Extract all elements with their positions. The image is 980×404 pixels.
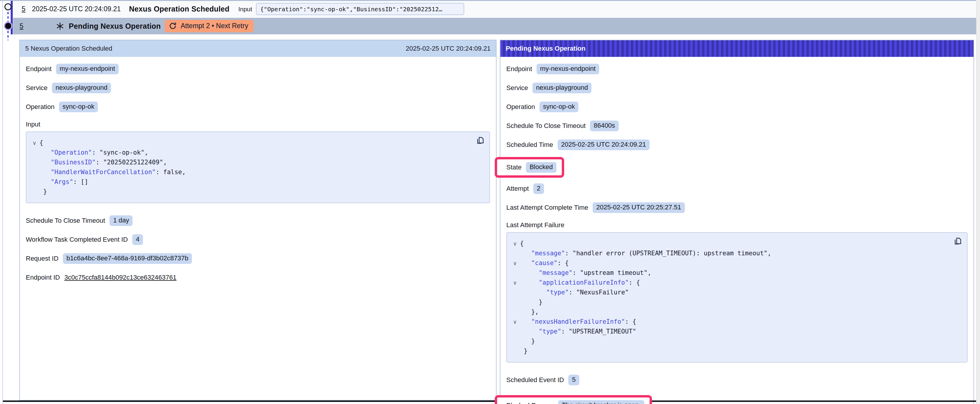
json-value: { (40, 139, 43, 146)
json-line: "type": "UPSTREAM_TIMEOUT" (510, 327, 949, 336)
chevron-down-icon[interactable]: ∨ (510, 317, 520, 327)
json-key: "type" (539, 328, 561, 335)
expanded-group-bottom-border (3, 401, 976, 402)
json-line: } (510, 346, 949, 356)
chevron-down-icon[interactable]: ∨ (29, 138, 40, 148)
json-indent (520, 308, 531, 315)
json-key: "Operation" (51, 149, 92, 156)
endpoint-id-row: Endpoint ID 3c0c75ccfa8144b092c13ce63246… (26, 272, 490, 283)
timeline-gutter-divider (2, 1, 3, 404)
json-lines: ∨{ "Operation": "sync-op-ok", "BusinessI… (29, 138, 472, 196)
field-label: Attempt (506, 185, 529, 193)
endpoint-id-link[interactable]: 3c0c75ccfa8144b092c13ce632463761 (64, 274, 177, 281)
copy-icon (476, 136, 485, 145)
input-json-viewer: ∨{ "Operation": "sync-op-ok", "BusinessI… (26, 131, 490, 203)
json-key: "type" (546, 289, 569, 296)
fields-bottom-group: Schedule To Close Timeout 1 day Workflow… (26, 215, 490, 264)
panel-title: 5 Nexus Operation Scheduled (25, 45, 112, 52)
field-label: Schedule To Close Timeout (506, 122, 585, 130)
scheduled-event-id-row: Scheduled Event ID 5 (506, 374, 967, 386)
event-row-nexus-operation-scheduled[interactable]: 5 2025-02-25 UTC 20:24:09.21 Nexus Opera… (13, 1, 980, 17)
json-line: "BusinessID": "20250225122409", (29, 158, 472, 167)
json-value: } (43, 188, 47, 195)
json-indent (40, 159, 51, 166)
chevron-down-icon[interactable]: ∨ (510, 239, 520, 249)
json-line: "message": "upstream timeout", (510, 268, 949, 278)
json-indent (520, 260, 531, 266)
field-label: Endpoint (26, 65, 52, 73)
detail-field-row: Operation sync-op-ok (26, 101, 490, 112)
input-label: Input (238, 6, 252, 13)
fields-mid-group: Attempt 2 Last Attempt Complete Time 202… (506, 183, 967, 213)
panel-timestamp: 2025-02-25 UTC 20:24:09.21 (406, 45, 491, 52)
input-preview-chip[interactable]: {"Operation":"sync-op-ok","BusinessID":"… (256, 3, 464, 15)
timeline-open-circle-icon (5, 3, 11, 10)
detail-field-row: Service nexus-playground (506, 82, 967, 93)
detail-field-row: Scheduled Time 2025-02-25 UTC 20:24:09.2… (506, 139, 967, 151)
json-value: : { (625, 318, 636, 325)
field-label: Workflow Task Completed Event ID (26, 236, 128, 244)
json-line: ∨{ (29, 138, 472, 148)
timeline-dashed-connector (7, 31, 9, 40)
json-line: ∨ "cause": { (510, 258, 949, 268)
json-key: "Args" (51, 178, 73, 185)
field-value-badge: 1 day (110, 215, 133, 226)
pending-operation-panel: Pending Nexus Operation Endpoint my-nexu… (500, 40, 974, 404)
json-line: "message": "handler error (UPSTREAM_TIME… (510, 249, 949, 258)
retry-icon (169, 22, 177, 30)
json-indent (520, 269, 539, 276)
field-label: Scheduled Time (506, 141, 553, 149)
detail-field-row: Endpoint my-nexus-endpoint (26, 63, 490, 74)
blocked-reason-highlight-annotation: Blocked Reason The circuit breaker is op… (495, 395, 652, 404)
json-value: : "UPSTREAM_TIMEOUT" (561, 328, 636, 335)
event-detail-panel-scheduled: 5 Nexus Operation Scheduled 2025-02-25 U… (19, 40, 496, 401)
event-row-pending-nexus-operation[interactable]: 5 Pending Nexus Operation Attempt 2 • Ne… (13, 18, 980, 34)
json-line: "Operation": "sync-op-ok", (29, 148, 472, 158)
copy-button[interactable] (953, 236, 963, 246)
state-value-badge: Blocked (526, 162, 556, 173)
copy-button[interactable] (475, 136, 485, 146)
json-indent (40, 188, 43, 195)
json-indent (520, 337, 531, 345)
event-title: Nexus Operation Scheduled (129, 5, 229, 13)
detail-field-row: Service nexus-playground (26, 82, 490, 93)
json-value: } (524, 347, 528, 355)
json-indent (520, 318, 531, 325)
fields-top-group: Endpoint my-nexus-endpoint Service nexus… (26, 63, 490, 112)
json-line: ∨ "nexusHandlerFailureInfo": { (510, 317, 949, 327)
json-value: { (520, 240, 524, 247)
chevron-down-icon[interactable]: ∨ (510, 278, 520, 288)
event-id-link[interactable]: 5 (22, 5, 25, 13)
chevron-down-icon[interactable]: ∨ (510, 258, 520, 268)
json-key: "applicationFailureInfo" (539, 279, 628, 286)
field-value-badge: sync-op-ok (539, 101, 579, 112)
field-value-badge: my-nexus-endpoint (536, 64, 599, 74)
asterisk-icon (56, 22, 64, 30)
field-label: Operation (506, 103, 535, 111)
json-lines: ∨{ "message": "handler error (UPSTREAM_T… (510, 239, 949, 356)
json-value: : [] (73, 178, 88, 185)
detail-field-row: Attempt 2 (506, 183, 967, 194)
event-id-link[interactable]: 5 (19, 22, 24, 30)
json-line: "type": "NexusFailure" (510, 288, 949, 297)
attempt-badge-label: Attempt 2 • Next Retry (181, 22, 248, 30)
json-key: "message" (531, 250, 565, 257)
json-key: "message" (539, 269, 573, 276)
field-label: Blocked Reason (506, 402, 554, 404)
temporal-event-history-screen: 5 2025-02-25 UTC 20:24:09.21 Nexus Opera… (0, 0, 980, 404)
json-value: : "NexusFailure" (569, 289, 628, 296)
field-label: Last Attempt Complete Time (506, 204, 588, 211)
event-timestamp: 2025-02-25 UTC 20:24:09.21 (32, 5, 121, 13)
field-value-badge: 2025-02-25 UTC 20:25:27.51 (593, 202, 684, 213)
field-label: Endpoint (506, 65, 532, 73)
json-indent (40, 178, 51, 185)
json-indent (520, 299, 539, 306)
detail-field-row: Schedule To Close Timeout 86400s (506, 120, 967, 131)
json-value: } (539, 299, 542, 306)
field-value-badge: 4 (132, 234, 143, 245)
json-value: : "20250225122409", (96, 159, 167, 166)
json-indent (40, 168, 51, 176)
json-line: } (29, 187, 472, 196)
scrollbar[interactable] (976, 0, 980, 404)
field-label: Service (506, 84, 528, 92)
